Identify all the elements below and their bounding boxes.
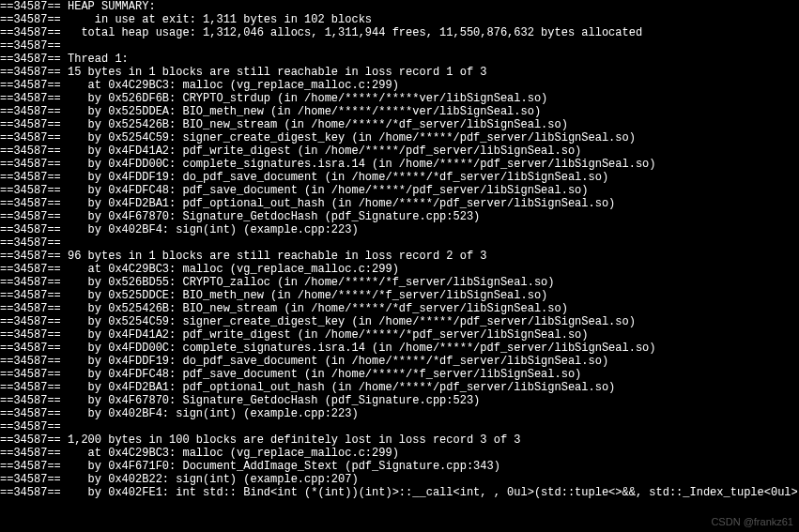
terminal-line: ==34587== by 0x4FDDF19: do_pdf_save_docu… bbox=[0, 171, 799, 184]
terminal-line: ==34587== at 0x4C29BC3: malloc (vg_repla… bbox=[0, 447, 799, 460]
terminal-line: ==34587== 1,200 bytes in 100 blocks are … bbox=[0, 433, 799, 447]
terminal-line: ==34587== bbox=[0, 236, 799, 250]
terminal-line: ==34587== by 0x4F671F0: Document_AddImag… bbox=[0, 460, 799, 473]
terminal-line: ==34587== 15 bytes in 1 blocks are still… bbox=[0, 66, 799, 79]
terminal-line: ==34587== by 0x4FDFC48: pdf_save_documen… bbox=[0, 368, 799, 381]
terminal-output: ==34587== HEAP SUMMARY:==34587== in use … bbox=[0, 0, 799, 499]
terminal-line: ==34587== bbox=[0, 39, 799, 53]
terminal-line: ==34587== at 0x4C29BC3: malloc (vg_repla… bbox=[0, 79, 799, 92]
terminal-line: ==34587== HEAP SUMMARY: bbox=[0, 0, 799, 13]
terminal-line: ==34587== 96 bytes in 1 blocks are still… bbox=[0, 250, 799, 263]
terminal-line: ==34587== by 0x4FD2BA1: pdf_optional_out… bbox=[0, 381, 799, 394]
terminal-line: ==34587== total heap usage: 1,312,046 al… bbox=[0, 26, 799, 39]
terminal-line: ==34587== by 0x4FDDF19: do_pdf_save_docu… bbox=[0, 355, 799, 368]
terminal-line: ==34587== by 0x525426B: BIO_new_stream (… bbox=[0, 118, 799, 131]
terminal-line: ==34587== by 0x4FDFC48: pdf_save_documen… bbox=[0, 184, 799, 197]
terminal-line: ==34587== at 0x4C29BC3: malloc (vg_repla… bbox=[0, 263, 799, 276]
terminal-line: ==34587== by 0x526DF6B: CRYPTO_strdup (i… bbox=[0, 92, 799, 105]
terminal-line: ==34587== by 0x402B22: sign(int) (exampl… bbox=[0, 473, 799, 486]
terminal-line: ==34587== by 0x402BF4: sign(int) (exampl… bbox=[0, 407, 799, 420]
terminal-line: ==34587== by 0x525DDCE: BIO_meth_new (in… bbox=[0, 289, 799, 302]
terminal-line: ==34587== by 0x402BF4: sign(int) (exampl… bbox=[0, 223, 799, 236]
terminal-line: ==34587== by 0x4FDD00C: complete_signatu… bbox=[0, 158, 799, 171]
terminal-line: ==34587== by 0x4FD41A2: pdf_write_digest… bbox=[0, 328, 799, 342]
terminal-line: ==34587== by 0x4FD41A2: pdf_write_digest… bbox=[0, 144, 799, 158]
terminal-line: ==34587== by 0x4FD2BA1: pdf_optional_out… bbox=[0, 197, 799, 210]
terminal-line: ==34587== in use at exit: 1,311 bytes in… bbox=[0, 13, 799, 26]
watermark: CSDN @frankz61 bbox=[711, 515, 793, 528]
terminal-line: ==34587== by 0x4F67870: Signature_Getdoc… bbox=[0, 210, 799, 223]
terminal-line: ==34587== by 0x525DDEA: BIO_meth_new (in… bbox=[0, 105, 799, 118]
terminal-line: ==34587== by 0x526BD55: CRYPTO_zalloc (i… bbox=[0, 276, 799, 289]
terminal-line: ==34587== by 0x5254C59: signer_create_di… bbox=[0, 315, 799, 328]
terminal-line: ==34587== bbox=[0, 420, 799, 433]
terminal-line: ==34587== by 0x5254C59: signer_create_di… bbox=[0, 131, 799, 144]
terminal-line: ==34587== Thread 1: bbox=[0, 53, 799, 66]
terminal-line: ==34587== by 0x525426B: BIO_new_stream (… bbox=[0, 302, 799, 315]
terminal-line: ==34587== by 0x4FDD00C: complete_signatu… bbox=[0, 342, 799, 355]
terminal-line: ==34587== by 0x402FE1: int std:: Bind<in… bbox=[0, 486, 799, 499]
terminal-line: ==34587== by 0x4F67870: Signature_Getdoc… bbox=[0, 394, 799, 407]
